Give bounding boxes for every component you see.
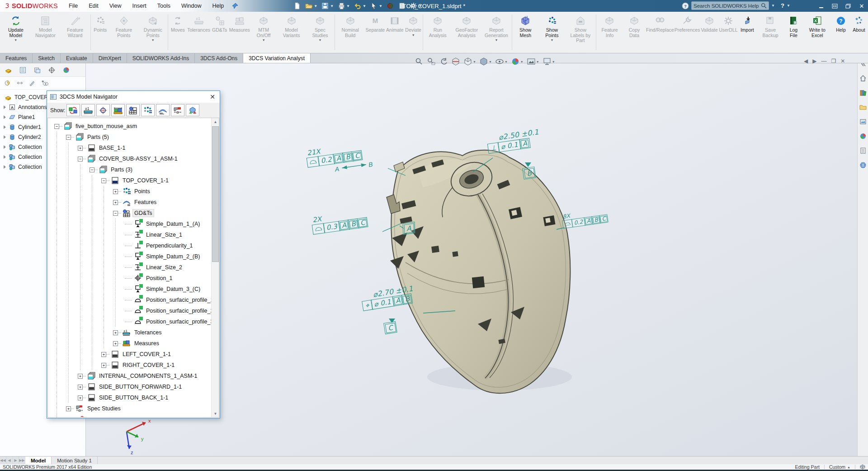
nav-tree-item-linear-size-2[interactable]: Linear_Size_2 (48, 262, 219, 273)
display-style-icon[interactable]: ▼ (478, 57, 493, 67)
tab-scroll-prev-icon[interactable]: ◀ (6, 457, 13, 464)
update-model-caret-icon[interactable]: ▼ (14, 38, 17, 42)
expand-box-icon[interactable]: + (101, 352, 106, 357)
nav-tree-item-position-surfacic-profile-2[interactable]: Position_surfacic_profile_2 (48, 305, 219, 316)
nav-tree-item-simple-datum-1-a[interactable]: Simple_Datum_1_(A) (48, 219, 219, 229)
close-icon[interactable]: ✕ (858, 2, 865, 10)
mtm-on-off-button[interactable]: MTM On/Off ▼ (250, 12, 277, 53)
nav-tree-item-five-button-mouse-asm[interactable]: − five_button_mouse_asm (48, 121, 219, 132)
help-dropdown-icon[interactable]: ▼ (787, 4, 790, 8)
navigator-close-icon[interactable]: ✕ (208, 93, 217, 100)
nav-tree-item-position-surfacic-profile-1[interactable]: Position_surfacic_profile_1 (48, 295, 219, 305)
show-measures-icon[interactable] (111, 104, 125, 116)
home-icon[interactable] (859, 75, 867, 83)
collapse-box-icon[interactable]: − (101, 178, 106, 183)
nav-tree-item-cover-sub-assy-1-asm-1[interactable]: − COVER_SUB-ASSY_1_ASM-1 (48, 153, 219, 164)
show-points-caret-icon[interactable]: ▼ (550, 38, 553, 42)
spec-studies-button[interactable]: Spec Studies ▼ (306, 12, 334, 53)
select-icon[interactable]: ▼ (368, 0, 384, 11)
expand-arrow-icon[interactable] (4, 145, 6, 149)
animate-button[interactable]: Animate (386, 12, 405, 53)
moves-button[interactable]: Moves (169, 12, 187, 53)
save-icon[interactable]: ▼ (320, 0, 335, 11)
search-dropdown-icon[interactable]: ▼ (771, 4, 775, 8)
doc-minimize-icon[interactable]: — (821, 58, 826, 64)
tab-scroll-first-icon[interactable]: ◀◀ (0, 457, 6, 464)
tolerances-button[interactable]: ±1 Tolerances (187, 12, 210, 53)
tab-features[interactable]: Features (0, 53, 33, 63)
zoom-area-icon[interactable] (426, 57, 437, 67)
show-variation-icon[interactable] (186, 104, 199, 116)
open-icon[interactable]: ▼ (303, 0, 319, 11)
nav-tree-item-right-cover-1-1[interactable]: + RIGHT_COVER_1-1 (48, 360, 219, 371)
model-navigator-button[interactable]: Model Navigator (31, 12, 61, 53)
section-view-icon[interactable] (450, 57, 461, 67)
nav-tree-item-gd-ts[interactable]: − GD&Ts (48, 208, 219, 219)
feature-manager-tab-icon[interactable] (5, 67, 12, 74)
nav-tree-item-simple-datum-3-c[interactable]: Simple_Datum_3_(C) (48, 284, 219, 295)
tab-solidworks-add-ins[interactable]: SOLIDWORKS Add-Ins (127, 53, 195, 63)
model-variants-button[interactable]: Model Variants (277, 12, 306, 53)
custom-properties-icon[interactable] (859, 147, 867, 156)
property-manager-tab-icon[interactable] (19, 67, 27, 74)
expand-box-icon[interactable]: + (113, 200, 118, 205)
show-points-icon[interactable] (141, 104, 155, 116)
navigator-title-bar[interactable]: 3DCS Model Navigator ✕ (47, 91, 220, 103)
nav-tree-item-parts-3[interactable]: − Parts (3) (48, 164, 219, 175)
doc-tab-motion-study-1[interactable]: Motion Study 1 (52, 457, 98, 464)
design-library-icon[interactable] (859, 89, 867, 98)
datum-flag-b[interactable]: B (522, 167, 536, 180)
nav-tree-item-left-cover-1-1[interactable]: + LEFT_COVER_1-1 (48, 349, 219, 360)
nav-tree-item-internal-components-1-asm-1[interactable]: + INTERNAL_COMPONENTS_1_ASM-1 (48, 371, 219, 381)
show-hide-tree-icon[interactable] (41, 80, 49, 86)
doc-collapse-left-icon[interactable]: ◀ (804, 58, 808, 64)
expand-box-icon[interactable]: + (66, 406, 71, 411)
show-mesh-button[interactable]: Show Mesh (513, 12, 538, 53)
tab-3dcs-add-ons[interactable]: 3DCS Add-Ons (195, 53, 243, 63)
status-tag-icon[interactable] (860, 464, 865, 470)
expand-box-icon[interactable]: + (78, 385, 83, 390)
nav-tree-item-tolerances[interactable]: + ±1 Tolerances (48, 327, 219, 338)
expand-box-icon[interactable]: + (101, 363, 106, 368)
tab-scroll-last-icon[interactable]: ▶▶ (19, 457, 25, 464)
datum-flag-a[interactable]: A (403, 222, 415, 235)
expand-box-icon[interactable]: + (78, 146, 83, 151)
expand-arrow-icon[interactable] (4, 155, 6, 159)
show-moves-icon[interactable] (66, 104, 80, 116)
collapse-box-icon[interactable]: − (90, 167, 94, 172)
view-settings-icon[interactable]: ▼ (542, 57, 556, 67)
show-gdt-target-icon[interactable] (96, 104, 110, 116)
nav-tree-item-side-button-forward-1-1[interactable]: + SIDE_BUTTON_FORWARD_1-1 (48, 381, 219, 392)
validate-button[interactable]: Validate (700, 12, 718, 53)
nominal-build-button[interactable]: Nominal Build (335, 12, 365, 53)
nav-tree-item-partial[interactable]: + (48, 414, 219, 418)
feature-points-button[interactable]: Feature Points (109, 12, 138, 53)
points-button[interactable]: Points (91, 12, 109, 53)
nav-tree-item-position-1[interactable]: Position_1 (48, 273, 219, 284)
menu-help[interactable]: Help (208, 2, 229, 10)
doc-restore-icon[interactable]: ❐ (831, 58, 836, 64)
preferences-button[interactable]: Preferences (674, 12, 700, 53)
view-orientation-icon[interactable]: ▼ (462, 57, 477, 67)
tab-sketch[interactable]: Sketch (33, 53, 61, 63)
configuration-manager-tab-icon[interactable] (33, 67, 41, 74)
doc-close-icon[interactable]: ✕ (840, 58, 845, 64)
minimize-icon[interactable] (817, 2, 825, 10)
nav-tree-item-linear-size-1[interactable]: Linear_Size_1 (48, 229, 219, 240)
search-input[interactable]: Search SOLIDWORKS Help (691, 1, 769, 10)
deviate-caret-icon[interactable]: ▼ (412, 33, 415, 37)
expand-box-icon[interactable]: + (113, 189, 118, 194)
report-generation-caret-icon[interactable]: ▼ (495, 38, 498, 42)
file-explorer-icon[interactable] (859, 104, 867, 112)
expand-box-icon[interactable]: + (113, 330, 118, 335)
show-features-icon[interactable] (156, 104, 170, 116)
copy-data-button[interactable]: Copy Data (623, 12, 646, 53)
nav-tree-item-spec-studies[interactable]: + Spec Studies (48, 403, 219, 414)
new-document-icon[interactable] (292, 0, 302, 11)
log-file-button[interactable]: Log File (784, 12, 802, 53)
search-icon[interactable] (761, 3, 767, 9)
3dcs-model-navigator-window[interactable]: 3DCS Model Navigator ✕ Show: ±1 ▲ ▼ − fi… (47, 90, 220, 419)
restore-icon[interactable] (844, 2, 852, 10)
expand-arrow-icon[interactable] (4, 125, 6, 129)
apply-scene-icon[interactable]: ▼ (526, 57, 540, 67)
